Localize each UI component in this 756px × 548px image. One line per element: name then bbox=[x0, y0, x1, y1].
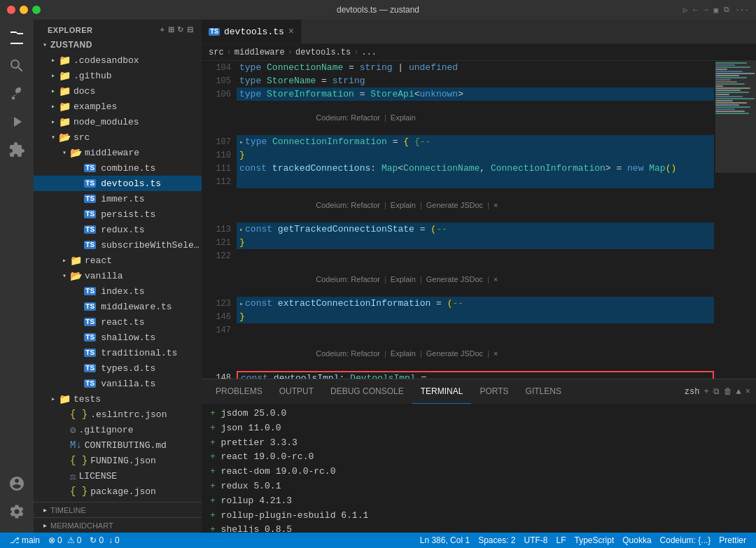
refresh-icon[interactable]: ↻ bbox=[177, 25, 184, 34]
mermaidchart-section[interactable]: ▸ MERMAIDCHART bbox=[34, 517, 202, 533]
sidebar-root-zustand[interactable]: ▾ ZUSTAND bbox=[34, 37, 202, 52]
breadcrumb-devtools-ts[interactable]: devtools.ts bbox=[295, 48, 351, 57]
split-terminal-icon[interactable]: ⧉ bbox=[713, 387, 720, 397]
sidebar-item-devtools-ts[interactable]: ▸ TS devtools.ts bbox=[34, 176, 202, 191]
sidebar-item-license[interactable]: ▸ ⚖ LICENSE bbox=[34, 468, 202, 484]
status-line-col[interactable]: Ln 386, Col 1 bbox=[416, 535, 474, 545]
codeium-close-btn[interactable]: × bbox=[493, 349, 498, 358]
layout-icon[interactable]: ▣ bbox=[714, 6, 719, 15]
sidebar-item-github[interactable]: ▸ 📁 .github bbox=[34, 68, 202, 83]
codeium-close-btn[interactable]: × bbox=[493, 275, 498, 283]
sidebar-item-package-json[interactable]: ▸ { } package.json bbox=[34, 484, 202, 499]
sidebar-item-contributing[interactable]: ▸ M↓ CONTRIBUTING.md bbox=[34, 437, 202, 453]
sidebar-item-types-dts[interactable]: ▸ TS types.d.ts bbox=[34, 360, 202, 376]
sidebar-item-index-ts[interactable]: ▸ TS index.ts bbox=[34, 283, 202, 299]
sidebar-item-funding[interactable]: ▸ { } FUNDING.json bbox=[34, 453, 202, 468]
sidebar-item-immer-ts[interactable]: ▸ TS immer.ts bbox=[34, 191, 202, 206]
sidebar-item-gitignore[interactable]: ▸ ⚙ .gitignore bbox=[34, 422, 202, 437]
timeline-section[interactable]: ▸ TIMELINE bbox=[34, 502, 202, 517]
sidebar-item-traditional-ts[interactable]: ▸ TS traditional.ts bbox=[34, 345, 202, 360]
codeium-explain-btn[interactable]: Explain bbox=[391, 349, 416, 358]
sidebar-item-docs[interactable]: ▸ 📁 docs bbox=[34, 83, 202, 99]
status-sync[interactable]: ↻ 0 ↓ 0 bbox=[85, 533, 123, 548]
sidebar-item-middleware[interactable]: ▾ 📂 middleware bbox=[34, 145, 202, 160]
status-prettier[interactable]: Prettier bbox=[715, 535, 750, 545]
close-panel-icon[interactable]: × bbox=[746, 387, 750, 397]
close-button[interactable] bbox=[7, 6, 15, 14]
title-bar-actions: ▷ ← → ▣ ⧉ ··· bbox=[683, 6, 749, 15]
status-branch[interactable]: ⎇ main bbox=[6, 533, 44, 548]
search-activity-icon[interactable] bbox=[4, 53, 29, 78]
sidebar-item-redux-ts[interactable]: ▸ TS redux.ts bbox=[34, 222, 202, 237]
codeium-refactor-btn[interactable]: Codeium: Refactor bbox=[316, 113, 380, 122]
sidebar-item-node-modules[interactable]: ▸ 📁 node_modules bbox=[34, 114, 202, 129]
status-codeium[interactable]: Codeium: {...} bbox=[656, 535, 715, 545]
new-file-icon[interactable]: + bbox=[160, 25, 165, 34]
tab-problems[interactable]: PROBLEMS bbox=[207, 379, 271, 404]
run-debug-activity-icon[interactable] bbox=[4, 109, 29, 134]
sidebar-item-subscribe-ts[interactable]: ▸ TS subscribeWithSelector.ts bbox=[34, 237, 202, 253]
sidebar-item-persist-ts[interactable]: ▸ TS persist.ts bbox=[34, 206, 202, 222]
tab-gitlens[interactable]: GITLENS bbox=[517, 379, 570, 404]
line-number: 123 bbox=[202, 297, 237, 310]
new-terminal-icon[interactable]: + bbox=[704, 387, 708, 397]
codeium-explain-btn[interactable]: Explain bbox=[391, 275, 416, 283]
source-control-activity-icon[interactable] bbox=[4, 81, 29, 106]
codeium-explain-btn[interactable]: Explain bbox=[391, 201, 416, 209]
minimize-button[interactable] bbox=[20, 6, 28, 14]
status-language[interactable]: TypeScript bbox=[570, 535, 619, 545]
sidebar-item-label: src bbox=[74, 132, 202, 143]
run-icon[interactable]: ▷ bbox=[683, 6, 688, 15]
sidebar-item-react-ts[interactable]: ▸ TS react.ts bbox=[34, 314, 202, 330]
code-scroll[interactable]: 104 type ConnectionName = string | undef… bbox=[202, 61, 714, 379]
tab-terminal[interactable]: TERMINAL bbox=[412, 379, 472, 404]
status-spaces[interactable]: Spaces: 2 bbox=[474, 535, 519, 545]
codeium-refactor-btn[interactable]: Codeium: Refactor bbox=[316, 275, 380, 283]
sync-down-icon: ↓ bbox=[108, 535, 113, 545]
codeium-gendoc-btn[interactable]: Generate JSDoc bbox=[426, 275, 483, 283]
breadcrumb-middleware[interactable]: middleware bbox=[234, 48, 285, 57]
sidebar-item-shallow-ts[interactable]: ▸ TS shallow.ts bbox=[34, 330, 202, 345]
terminal-content[interactable]: + jsdom 25.0.0 + json 11.0.0 + prettier … bbox=[202, 404, 756, 533]
collapse-all-icon[interactable]: ⊟ bbox=[187, 25, 194, 34]
sidebar-item-vanilla[interactable]: ▾ 📂 vanilla bbox=[34, 268, 202, 283]
status-encoding[interactable]: UTF-8 bbox=[520, 535, 552, 545]
account-activity-icon[interactable] bbox=[4, 471, 29, 496]
status-errors[interactable]: ⊗ 0 ⚠ 0 bbox=[44, 533, 85, 548]
more-icon[interactable]: ··· bbox=[735, 6, 749, 14]
sidebar-item-src[interactable]: ▾ 📂 src bbox=[34, 129, 202, 145]
codeium-gendoc-btn[interactable]: Generate JSDoc bbox=[426, 349, 483, 358]
forward-icon[interactable]: → bbox=[704, 6, 708, 14]
back-icon[interactable]: ← bbox=[693, 6, 698, 14]
new-folder-icon[interactable]: ⊞ bbox=[168, 25, 175, 34]
codeium-refactor-btn[interactable]: Codeium: Refactor bbox=[316, 201, 380, 209]
breadcrumb-more[interactable]: ... bbox=[361, 48, 377, 57]
sidebar-item-react[interactable]: ▸ 📁 react bbox=[34, 253, 202, 268]
files-activity-icon[interactable] bbox=[4, 25, 29, 50]
split-icon[interactable]: ⧉ bbox=[724, 6, 729, 14]
tab-ports[interactable]: PORTS bbox=[471, 379, 517, 404]
sidebar-item-combine-ts[interactable]: ▸ TS combine.ts bbox=[34, 160, 202, 176]
status-eol[interactable]: LF bbox=[552, 535, 570, 545]
settings-activity-icon[interactable] bbox=[4, 499, 29, 524]
sidebar-item-middleware-ts[interactable]: ▸ TS middleware.ts bbox=[34, 299, 202, 314]
breadcrumb-src[interactable]: src bbox=[209, 48, 224, 57]
sidebar-item-vanilla-ts[interactable]: ▸ TS vanilla.ts bbox=[34, 376, 202, 391]
tab-output[interactable]: OUTPUT bbox=[271, 379, 322, 404]
sidebar-item-tests[interactable]: ▸ 📁 tests bbox=[34, 391, 202, 407]
codeium-explain-btn[interactable]: Explain bbox=[391, 113, 416, 122]
tab-debug-console[interactable]: DEBUG CONSOLE bbox=[322, 379, 412, 404]
maximize-panel-icon[interactable]: ▲ bbox=[736, 387, 741, 397]
sidebar-item-eslintrc[interactable]: ▸ { } .eslintrc.json bbox=[34, 407, 202, 422]
codeium-refactor-btn[interactable]: Codeium: Refactor bbox=[316, 349, 380, 358]
status-quokka[interactable]: Quokka bbox=[618, 535, 655, 545]
extensions-activity-icon[interactable] bbox=[4, 137, 29, 162]
sidebar-item-examples[interactable]: ▸ 📁 examples bbox=[34, 99, 202, 114]
codeium-gendoc-btn[interactable]: Generate JSDoc bbox=[426, 201, 483, 209]
tab-close-icon[interactable]: × bbox=[288, 27, 294, 36]
sidebar-item-codesandbox[interactable]: ▸ 📁 .codesandbox bbox=[34, 52, 202, 68]
tab-devtools-ts[interactable]: TS devtools.ts × bbox=[202, 20, 302, 43]
codeium-close-btn[interactable]: × bbox=[493, 201, 498, 209]
maximize-button[interactable] bbox=[32, 6, 41, 14]
trash-icon[interactable]: 🗑 bbox=[724, 386, 732, 397]
